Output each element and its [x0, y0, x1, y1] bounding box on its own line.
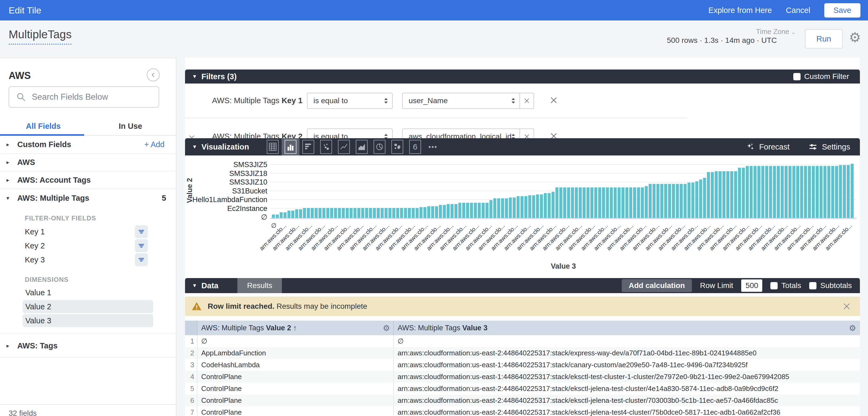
viz-type-pie-chart[interactable]: [371, 138, 389, 155]
filter-operator-select[interactable]: is equal to: [307, 129, 393, 138]
search-fields-input[interactable]: Search Fields Below: [9, 86, 159, 108]
add-calculation-button[interactable]: Add calculation: [622, 279, 692, 292]
explore-from-here-button[interactable]: Explore from Here: [708, 6, 772, 15]
settings-sliders-icon: [808, 142, 817, 151]
top-bar: Edit Tile Explore from Here Cancel Save: [0, 0, 868, 21]
dimension-value-3[interactable]: Value 3: [23, 314, 153, 327]
query-bar: MultipleTags Time Zone ⌄ 500 rows · 1.3s…: [0, 21, 868, 58]
viz-type-map-chart[interactable]: [389, 138, 406, 155]
cell-value2[interactable]: ControlPlane: [197, 394, 394, 406]
table-row[interactable]: 6ControlPlanearn:aws:cloudformation:us-e…: [185, 394, 860, 406]
chevron-down-icon[interactable]: [188, 133, 196, 138]
row-limit-input[interactable]: [741, 279, 762, 292]
subtotals-checkbox[interactable]: [809, 282, 816, 289]
expand-arrow-icon: ▸: [6, 342, 9, 349]
visualization-section-header[interactable]: ▼ Visualization 6••• Forecast Settings: [185, 138, 860, 155]
cell-value2[interactable]: ∅: [197, 335, 394, 347]
clear-filter-value-button[interactable]: [520, 129, 534, 138]
table-row[interactable]: 5ControlPlanearn:aws:cloudformation:us-e…: [185, 383, 860, 394]
cell-value3[interactable]: arn:aws:cloudformation:us-east-1:4486402…: [394, 359, 859, 371]
gear-icon[interactable]: ⚙: [383, 323, 390, 333]
tab-in-use[interactable]: In Use: [119, 122, 142, 131]
viz-type-more-options[interactable]: •••: [424, 138, 442, 155]
cell-value3[interactable]: arn:aws:cloudformation:us-east-2:4486402…: [394, 347, 859, 359]
filter-by-field-button[interactable]: [135, 239, 148, 252]
filter-value-select[interactable]: user_Name: [402, 93, 520, 109]
svg-text:SMS3JIZ18: SMS3JIZ18: [229, 170, 267, 178]
dimension-value-2[interactable]: Value 2: [23, 300, 153, 313]
filter-value-select[interactable]: aws_cloudformation_logical_id: [402, 129, 520, 138]
table-row[interactable]: 1∅∅: [185, 335, 860, 347]
viz-type-area-chart[interactable]: [353, 138, 371, 155]
group-aws-account-tags[interactable]: ▸ AWS: Account Tags: [0, 171, 176, 189]
cell-value3[interactable]: arn:aws:cloudformation:us-east-2:4486402…: [394, 394, 859, 406]
cell-value3[interactable]: arn:aws:cloudformation:us-east-1:4486402…: [394, 371, 859, 383]
filter-only-field-key-1[interactable]: Key 1: [0, 225, 176, 239]
cell-value2[interactable]: AppLambdaFunction: [197, 347, 394, 359]
tab-all-fields[interactable]: All Fields: [26, 122, 61, 131]
cancel-button[interactable]: Cancel: [786, 6, 810, 15]
cell-value3[interactable]: arn:aws:cloudformation:us-east-2:4486402…: [394, 406, 859, 416]
custom-filter-toggle[interactable]: Custom Filter: [793, 72, 849, 81]
group-aws-multiple-tags[interactable]: ▾ AWS: Multiple Tags 5: [0, 189, 176, 207]
collapse-caret-icon: ▼: [192, 144, 197, 150]
cell-value3[interactable]: ∅: [394, 335, 859, 347]
filter-only-field-key-2[interactable]: Key 2: [0, 239, 176, 253]
custom-fields-group[interactable]: ▸ Custom Fields + Add: [0, 136, 176, 153]
filter-only-fields-header: FILTER-ONLY FIELDS: [25, 214, 176, 222]
table-row[interactable]: 4ControlPlanearn:aws:cloudformation:us-e…: [185, 371, 860, 383]
chevron-left-icon: [151, 72, 156, 78]
gear-icon[interactable]: ⚙: [849, 28, 861, 47]
collapse-sidebar-button[interactable]: [147, 68, 160, 81]
close-icon[interactable]: [843, 302, 851, 310]
tab-results[interactable]: Results: [237, 278, 282, 293]
cell-value2[interactable]: ControlPlane: [197, 371, 394, 383]
filters-section-header[interactable]: ▼ Filters (3) Custom Filter: [185, 70, 860, 83]
clear-filter-value-button[interactable]: [520, 93, 534, 109]
filter-only-field-key-3[interactable]: Key 3: [0, 253, 176, 267]
row-number: 2: [185, 347, 197, 359]
column-header-value2[interactable]: AWS: Multiple Tags Value 2 ↑ ⚙: [197, 321, 394, 335]
expand-arrow-icon: ▸: [6, 177, 9, 183]
viz-settings-button[interactable]: Settings: [808, 142, 850, 151]
subtotals-toggle[interactable]: Subtotals: [809, 281, 852, 290]
viz-type-table-chart[interactable]: [264, 138, 282, 155]
forecast-button[interactable]: Forecast: [746, 142, 789, 151]
remove-filter-button[interactable]: [549, 132, 558, 138]
cell-value2[interactable]: ControlPlane: [197, 383, 394, 394]
cell-value3[interactable]: arn:aws:cloudformation:us-east-2:4486402…: [394, 383, 859, 394]
bar-chart[interactable]: ∅Ec2InstanceHello1LambdaFunctionS31Bucke…: [185, 155, 860, 278]
filter-by-field-button[interactable]: [135, 253, 148, 266]
custom-filter-checkbox[interactable]: [793, 73, 801, 80]
group-aws-tags[interactable]: ▸ AWS: Tags: [0, 334, 176, 358]
totals-toggle[interactable]: Totals: [770, 281, 801, 290]
cell-value2[interactable]: CodeHashLambda: [197, 359, 394, 371]
table-row[interactable]: 3CodeHashLambdaarn:aws:cloudformation:us…: [185, 359, 860, 371]
table-row[interactable]: 7ControlPlanearn:aws:cloudformation:us-e…: [185, 406, 860, 416]
select-updown-icon: [383, 97, 389, 104]
viz-type-bar-chart[interactable]: [300, 138, 317, 155]
group-aws[interactable]: ▸ AWS: [0, 153, 176, 171]
query-title[interactable]: MultipleTags: [9, 28, 71, 45]
viz-type-line-chart[interactable]: [335, 138, 353, 155]
select-updown-icon: [511, 97, 516, 104]
column-header-value3[interactable]: AWS: Multiple Tags Value 3 ⚙: [394, 321, 859, 335]
totals-checkbox[interactable]: [770, 282, 778, 289]
remove-filter-button[interactable]: [549, 96, 558, 106]
run-button[interactable]: Run: [805, 29, 843, 48]
gear-icon[interactable]: ⚙: [849, 323, 856, 333]
filter-field-label: AWS: Multiple Tags Key 2: [212, 132, 302, 138]
viz-type-column-chart-selected[interactable]: [282, 138, 300, 155]
filter-by-field-button[interactable]: [135, 225, 148, 238]
cell-value2[interactable]: ControlPlane: [197, 406, 394, 416]
save-button[interactable]: Save: [824, 3, 861, 18]
add-custom-field-button[interactable]: + Add: [144, 140, 164, 149]
filter-operator-select[interactable]: is equal to: [307, 93, 393, 109]
viz-type-single-value[interactable]: 6: [406, 138, 424, 155]
table-row[interactable]: 2AppLambdaFunctionarn:aws:cloudformation…: [185, 347, 860, 359]
data-section-header[interactable]: ▼ Data Results Add calculation Row Limit…: [185, 278, 860, 293]
timezone-dropdown[interactable]: Time Zone ⌄: [756, 28, 796, 36]
viz-type-scatter-chart[interactable]: [317, 138, 335, 155]
dimension-value-1[interactable]: Value 1: [23, 286, 153, 299]
divider: [185, 118, 687, 118]
